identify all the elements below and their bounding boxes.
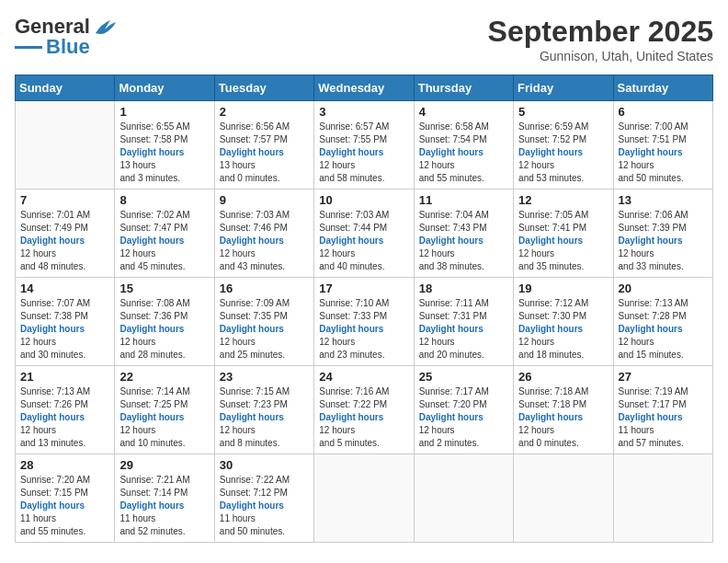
calendar-cell: 19Sunrise: 7:12 AMSunset: 7:30 PMDayligh…	[514, 278, 613, 366]
day-number: 17	[319, 282, 408, 295]
calendar-cell: 28Sunrise: 7:20 AMSunset: 7:15 PMDayligh…	[16, 454, 115, 543]
calendar-week-row: 28Sunrise: 7:20 AMSunset: 7:15 PMDayligh…	[16, 454, 713, 543]
day-info: Sunrise: 7:17 AMSunset: 7:20 PMDaylight …	[419, 385, 508, 450]
day-number: 24	[319, 370, 408, 384]
day-info: Sunrise: 6:55 AMSunset: 7:58 PMDaylight …	[119, 121, 209, 185]
calendar-cell: 4Sunrise: 6:58 AMSunset: 7:54 PMDaylight…	[414, 101, 513, 190]
calendar-cell: 12Sunrise: 7:05 AMSunset: 7:41 PMDayligh…	[514, 190, 613, 278]
title-block: September 2025 Gunnison, Utah, United St…	[488, 15, 713, 63]
day-number: 5	[518, 105, 608, 119]
day-info: Sunrise: 7:19 AMSunset: 7:17 PMDaylight …	[619, 385, 708, 450]
day-info: Sunrise: 7:07 AMSunset: 7:38 PMDaylight …	[20, 297, 109, 362]
weekday-header: Tuesday	[214, 75, 313, 101]
page-header: General Blue September 2025 Gunnison, Ut…	[15, 15, 713, 63]
weekday-header: Monday	[115, 75, 214, 101]
weekday-header: Wednesday	[314, 75, 414, 101]
calendar-week-row: 14Sunrise: 7:07 AMSunset: 7:38 PMDayligh…	[16, 278, 713, 366]
day-number: 22	[119, 370, 209, 384]
day-info: Sunrise: 7:05 AMSunset: 7:41 PMDaylight …	[518, 209, 608, 273]
day-number: 21	[20, 370, 109, 384]
calendar-cell: 3Sunrise: 6:57 AMSunset: 7:55 PMDaylight…	[314, 101, 414, 190]
day-info: Sunrise: 7:16 AMSunset: 7:22 PMDaylight …	[319, 385, 408, 450]
calendar-cell: 2Sunrise: 6:56 AMSunset: 7:57 PMDaylight…	[214, 101, 313, 190]
day-info: Sunrise: 6:58 AMSunset: 7:54 PMDaylight …	[419, 121, 508, 185]
calendar-table: SundayMondayTuesdayWednesdayThursdayFrid…	[15, 75, 713, 543]
day-info: Sunrise: 7:08 AMSunset: 7:36 PMDaylight …	[119, 297, 209, 362]
day-info: Sunrise: 6:57 AMSunset: 7:55 PMDaylight …	[319, 121, 408, 185]
day-info: Sunrise: 7:18 AMSunset: 7:18 PMDaylight …	[518, 385, 608, 450]
day-number: 7	[20, 193, 109, 207]
day-info: Sunrise: 7:02 AMSunset: 7:47 PMDaylight …	[119, 209, 209, 273]
calendar-cell: 18Sunrise: 7:11 AMSunset: 7:31 PMDayligh…	[414, 278, 513, 366]
logo-bird-icon	[92, 17, 118, 37]
calendar-cell: 10Sunrise: 7:03 AMSunset: 7:44 PMDayligh…	[314, 190, 414, 278]
day-number: 2	[220, 105, 309, 119]
day-number: 1	[119, 105, 209, 119]
calendar-cell: 25Sunrise: 7:17 AMSunset: 7:20 PMDayligh…	[414, 366, 513, 454]
day-info: Sunrise: 7:11 AMSunset: 7:31 PMDaylight …	[419, 297, 508, 362]
day-number: 26	[518, 370, 608, 384]
logo-blue: Blue	[46, 35, 90, 59]
day-number: 3	[319, 105, 408, 119]
day-number: 13	[619, 193, 708, 207]
day-info: Sunrise: 7:20 AMSunset: 7:15 PMDaylight …	[20, 474, 109, 538]
day-info: Sunrise: 6:56 AMSunset: 7:57 PMDaylight …	[220, 121, 309, 185]
location: Gunnison, Utah, United States	[488, 49, 713, 63]
day-number: 28	[20, 458, 109, 472]
calendar-cell: 23Sunrise: 7:15 AMSunset: 7:23 PMDayligh…	[214, 366, 313, 454]
calendar-header: SundayMondayTuesdayWednesdayThursdayFrid…	[16, 75, 713, 101]
day-number: 14	[20, 282, 109, 295]
calendar-cell: 30Sunrise: 7:22 AMSunset: 7:12 PMDayligh…	[214, 454, 313, 543]
day-number: 6	[619, 105, 708, 119]
day-number: 29	[119, 458, 209, 472]
calendar-cell	[514, 454, 613, 543]
day-number: 19	[518, 282, 608, 295]
day-number: 8	[119, 193, 209, 207]
day-info: Sunrise: 7:15 AMSunset: 7:23 PMDaylight …	[220, 385, 309, 450]
weekday-header: Friday	[514, 75, 613, 101]
day-info: Sunrise: 7:10 AMSunset: 7:33 PMDaylight …	[319, 297, 408, 362]
calendar-cell: 17Sunrise: 7:10 AMSunset: 7:33 PMDayligh…	[314, 278, 414, 366]
calendar-cell: 15Sunrise: 7:08 AMSunset: 7:36 PMDayligh…	[115, 278, 214, 366]
calendar-week-row: 7Sunrise: 7:01 AMSunset: 7:49 PMDaylight…	[16, 190, 713, 278]
day-number: 25	[419, 370, 508, 384]
day-number: 16	[220, 282, 309, 295]
day-number: 30	[220, 458, 309, 472]
day-info: Sunrise: 7:00 AMSunset: 7:51 PMDaylight …	[619, 121, 708, 185]
calendar-cell	[613, 454, 712, 543]
day-number: 18	[419, 282, 508, 295]
calendar-cell: 8Sunrise: 7:02 AMSunset: 7:47 PMDaylight…	[115, 190, 214, 278]
calendar-cell: 13Sunrise: 7:06 AMSunset: 7:39 PMDayligh…	[613, 190, 712, 278]
day-number: 23	[220, 370, 309, 384]
day-info: Sunrise: 7:13 AMSunset: 7:26 PMDaylight …	[20, 385, 109, 450]
calendar-cell	[314, 454, 414, 543]
day-info: Sunrise: 7:01 AMSunset: 7:49 PMDaylight …	[20, 209, 109, 273]
calendar-cell	[16, 101, 115, 190]
day-info: Sunrise: 7:09 AMSunset: 7:35 PMDaylight …	[220, 297, 309, 362]
calendar-cell	[414, 454, 513, 543]
day-info: Sunrise: 7:12 AMSunset: 7:30 PMDaylight …	[518, 297, 608, 362]
day-number: 11	[419, 193, 508, 207]
calendar-cell: 5Sunrise: 6:59 AMSunset: 7:52 PMDaylight…	[514, 101, 613, 190]
calendar-cell: 11Sunrise: 7:04 AMSunset: 7:43 PMDayligh…	[414, 190, 513, 278]
calendar-cell: 24Sunrise: 7:16 AMSunset: 7:22 PMDayligh…	[314, 366, 414, 454]
calendar-cell: 1Sunrise: 6:55 AMSunset: 7:58 PMDaylight…	[115, 101, 214, 190]
day-info: Sunrise: 7:13 AMSunset: 7:28 PMDaylight …	[619, 297, 708, 362]
day-info: Sunrise: 7:03 AMSunset: 7:44 PMDaylight …	[319, 209, 408, 273]
weekday-header: Thursday	[414, 75, 513, 101]
day-number: 27	[619, 370, 708, 384]
weekday-header: Saturday	[613, 75, 712, 101]
calendar-cell: 26Sunrise: 7:18 AMSunset: 7:18 PMDayligh…	[514, 366, 613, 454]
day-info: Sunrise: 7:03 AMSunset: 7:46 PMDaylight …	[220, 209, 309, 273]
calendar-week-row: 21Sunrise: 7:13 AMSunset: 7:26 PMDayligh…	[16, 366, 713, 454]
day-info: Sunrise: 7:21 AMSunset: 7:14 PMDaylight …	[119, 474, 209, 538]
logo: General Blue	[15, 15, 118, 59]
day-number: 10	[319, 193, 408, 207]
day-info: Sunrise: 7:14 AMSunset: 7:25 PMDaylight …	[119, 385, 209, 450]
day-info: Sunrise: 7:22 AMSunset: 7:12 PMDaylight …	[220, 474, 309, 538]
calendar-cell: 9Sunrise: 7:03 AMSunset: 7:46 PMDaylight…	[214, 190, 313, 278]
weekday-header: Sunday	[16, 75, 115, 101]
day-number: 9	[220, 193, 309, 207]
day-info: Sunrise: 7:04 AMSunset: 7:43 PMDaylight …	[419, 209, 508, 273]
calendar-cell: 14Sunrise: 7:07 AMSunset: 7:38 PMDayligh…	[16, 278, 115, 366]
